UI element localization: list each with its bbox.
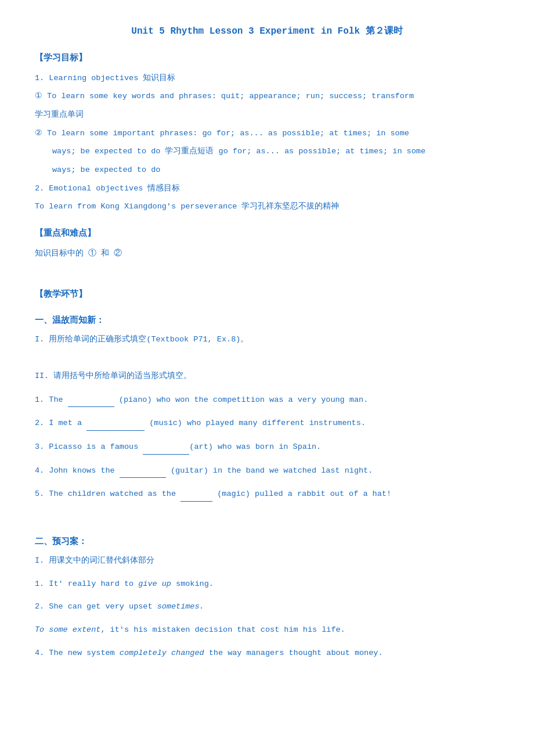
key-points-header: 【重点和难点】 [35,226,499,242]
exercise-2: 2. I met a (music) who played many diffe… [35,415,499,431]
vocab-3: To some extent, it's his mistaken decisi… [35,622,499,638]
blank-4 [120,463,166,478]
page-title: Unit 5 Rhythm Lesson 3 Experiment in Fol… [35,23,499,40]
exercise-1: 1. The (piano) who won the competition w… [35,392,499,408]
item2-label: 2. Emotional objectives 情感目标 [35,181,499,196]
exercise2-hint: (music) who played many different instru… [145,419,366,427]
vocab1-suffix: smoking. [171,579,214,588]
section2-title: 二、预习案： [35,534,499,550]
exercise1-text: 1. The [35,395,68,404]
exercise1-hint: (piano) who won the competition was a ve… [114,395,368,404]
exercise4-hint: (guitar) in the band we watched last nig… [166,466,373,475]
vocab1-italic: give up [138,579,171,588]
blank-5 [181,486,212,502]
item1-sub2-line2: ways; be expected to do 学习重点短语 go for; a… [52,144,499,159]
exercise-3: 3. Picasso is a famous (art) who was bor… [35,439,499,455]
teaching-header: 【教学环节】 [35,287,499,303]
blank-1 [68,392,114,408]
key-points-content: 知识目标中的 ① 和 ② [35,246,499,261]
section1-item2: II. 请用括号中所给单词的适当形式填空。 [35,369,499,384]
blank-3 [143,439,189,455]
vocab4-prefix: 4. The new system [35,649,120,657]
item1-sub2-line3: ways; be expected to do [52,163,499,178]
page-container: Unit 5 Rhythm Lesson 3 Experiment in Fol… [35,23,499,660]
vocab-4: 4. The new system completely changed the… [35,646,499,661]
blank-2 [86,415,145,431]
vocab3-suffix: , it's his mistaken decision that cost h… [100,625,345,634]
section1-title: 一、温故而知新： [35,313,499,329]
item1-sub2-line1: ② To learn some important phrases: go fo… [35,126,499,141]
vocab4-italic: completely changed [120,649,204,657]
exercise5-text: 5. The children watched as the [35,489,181,498]
item1-sub1-note: 学习重点单词 [35,107,499,123]
vocab-2: 2. She can get very upset sometimes. [35,599,499,614]
exercise2-text: 2. I met a [35,419,86,427]
exercise4-text: 4. John knows the [35,466,120,475]
vocab3-italic: To some extent [35,625,100,634]
item1-sub1: ① To learn some key words and phrases: q… [35,89,499,104]
item2-sub: To learn from Kong Xiangdong's persevera… [35,199,499,214]
exercise-5: 5. The children watched as the (magic) p… [35,486,499,502]
exercise3-hint: (art) who was born in Spain. [189,442,321,451]
section2-item1: I. 用课文中的词汇替代斜体部分 [35,553,499,568]
exercise3-text: 3. Picasso is a famous [35,442,143,451]
item1-label: 1. Learning objectives 知识目标 [35,71,499,86]
section1-item1: I. 用所给单词的正确形式填空(Textbook P71, Ex.8)。 [35,332,499,347]
vocab1-prefix: 1. It' really hard to [35,579,138,588]
exercise5-hint: (magic) pulled a rabbit out of a hat! [212,489,391,498]
exercise-4: 4. John knows the (guitar) in the band w… [35,463,499,478]
vocab-1: 1. It' really hard to give up smoking. [35,577,499,592]
vocab4-suffix: the way managers thought about money. [204,649,383,657]
learning-goals-header: 【学习目标】 [35,51,499,66]
vocab2-prefix: 2. She can get very upset [35,602,157,611]
vocab2-italic: sometimes. [157,602,204,611]
